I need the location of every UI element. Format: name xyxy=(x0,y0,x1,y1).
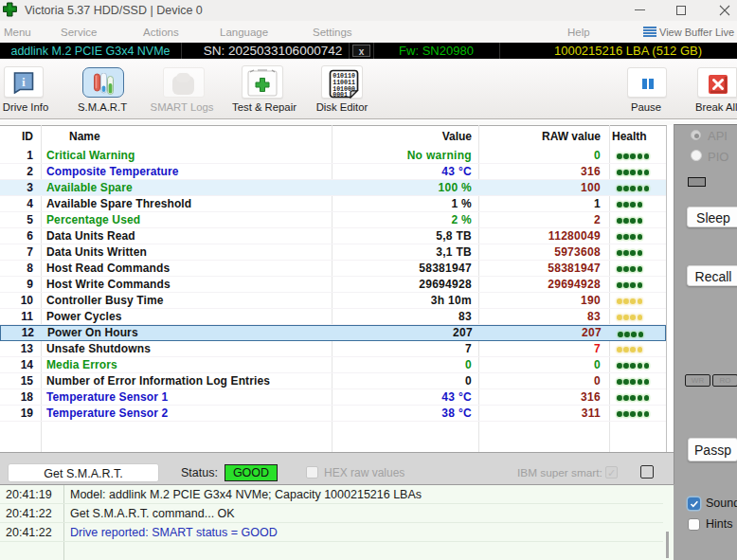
svg-text:i: i xyxy=(22,75,26,89)
svg-text:0001: 0001 xyxy=(333,92,348,99)
